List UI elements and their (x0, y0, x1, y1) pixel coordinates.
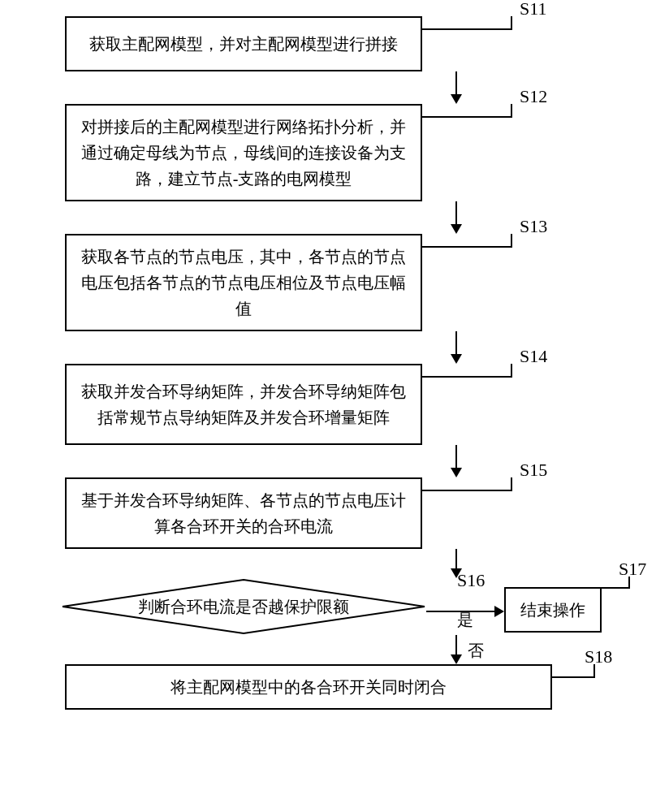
connector-s12 (422, 94, 528, 119)
process-s11: 获取主配网模型，并对主配网模型进行拼接 (65, 16, 422, 71)
process-s18: 将主配网模型中的各合环开关同时闭合 (65, 664, 552, 710)
step-row-s18: 将主配网模型中的各合环开关同时闭合 S18 (0, 664, 669, 710)
process-s14: 获取并发合环导纳矩阵，并发合环导纳矩阵包括常规节点导纳矩阵及并发合环增量矩阵 (65, 364, 422, 445)
process-s15-text: 基于并发合环导纳矩阵、各节点的节点电压计算各合环开关的合环电流 (80, 487, 408, 539)
flowchart-container: 获取主配网模型，并对主配网模型进行拼接 S11 对拼接后的主配网模型进行网络拓扑… (0, 16, 669, 710)
label-s18: S18 (585, 646, 612, 667)
process-s13-text: 获取各节点的节点电压，其中，各节点的节点电压包括各节点的节点电压相位及节点电压幅… (80, 244, 408, 322)
branch-no: 否 (468, 640, 484, 662)
process-s12-text: 对拼接后的主配网模型进行网络拓扑分析，并通过确定母线为节点，母线间的连接设备为支… (80, 114, 408, 192)
decision-s16: 判断合环电流是否越保护限额 (61, 578, 426, 635)
connector-s15 (422, 468, 528, 492)
branch-yes: 是 (457, 609, 473, 631)
decision-s16-text: 判断合环电流是否越保护限额 (138, 596, 349, 618)
process-s14-text: 获取并发合环导纳矩阵，并发合环导纳矩阵包括常规节点导纳矩阵及并发合环增量矩阵 (80, 378, 408, 430)
process-s13: 获取各节点的节点电压，其中，各节点的节点电压包括各节点的节点电压相位及节点电压幅… (65, 234, 422, 331)
label-s11: S11 (520, 0, 546, 19)
label-s15: S15 (520, 460, 547, 481)
connector-s11 (422, 6, 528, 31)
terminal-s17: 结束操作 (504, 587, 602, 633)
terminal-s17-text: 结束操作 (520, 597, 585, 623)
process-s18-text: 将主配网模型中的各合环开关同时闭合 (170, 674, 447, 700)
connector-s13 (422, 224, 528, 248)
step-row-s13: 获取各节点的节点电压，其中，各节点的节点电压包括各节点的节点电压相位及节点电压幅… (0, 234, 669, 331)
process-s11-text: 获取主配网模型，并对主配网模型进行拼接 (89, 31, 398, 57)
step-row-s11: 获取主配网模型，并对主配网模型进行拼接 S11 (0, 16, 669, 71)
step-row-s12: 对拼接后的主配网模型进行网络拓扑分析，并通过确定母线为节点，母线间的连接设备为支… (0, 104, 669, 201)
connector-s14 (422, 354, 528, 378)
process-s15: 基于并发合环导纳矩阵、各节点的节点电压计算各合环开关的合环电流 (65, 477, 422, 549)
label-s12: S12 (520, 86, 547, 107)
label-s13: S13 (520, 216, 547, 237)
label-s14: S14 (520, 346, 547, 367)
step-row-s14: 获取并发合环导纳矩阵，并发合环导纳矩阵包括常规节点导纳矩阵及并发合环增量矩阵 S… (0, 364, 669, 445)
label-s16: S16 (457, 570, 485, 591)
process-s12: 对拼接后的主配网模型进行网络拓扑分析，并通过确定母线为节点，母线间的连接设备为支… (65, 104, 422, 201)
decision-row: 判断合环电流是否越保护限额 S16 是 结束操作 S17 (0, 578, 669, 635)
label-s17: S17 (619, 559, 646, 580)
step-row-s15: 基于并发合环导纳矩阵、各节点的节点电压计算各合环开关的合环电流 S15 (0, 477, 669, 549)
